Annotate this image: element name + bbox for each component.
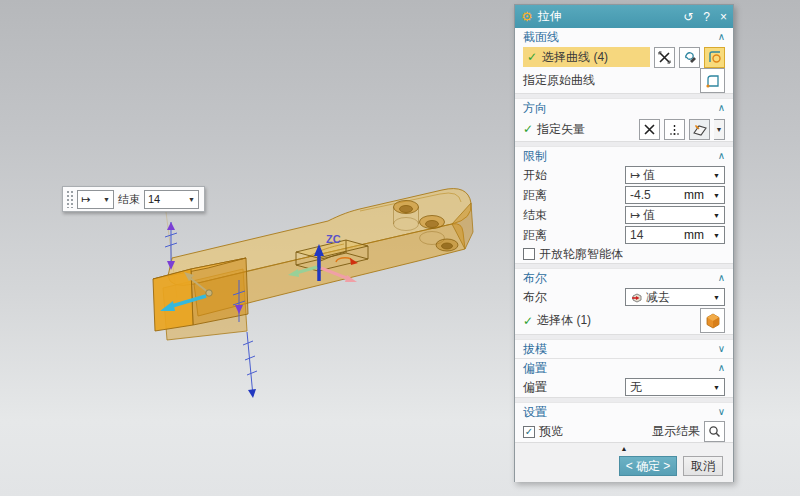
chevron-down-icon[interactable]: ∨ — [718, 344, 725, 354]
end-distance-value: 14 — [630, 228, 643, 242]
orig-curve-row: 指定原始曲线 — [515, 68, 733, 93]
gear-icon: ⚙ — [521, 9, 533, 24]
x-select-icon — [643, 123, 656, 136]
face-plane-icon — [692, 122, 708, 137]
section-header-boolean[interactable]: 布尔 ∧ — [515, 269, 733, 287]
start-distance-value: -4.5 — [630, 188, 651, 202]
chevron-down-icon: ▼ — [184, 196, 195, 203]
boolean-row: 布尔 减去 ▼ — [515, 287, 733, 307]
select-body-button[interactable] — [700, 308, 725, 333]
chevron-down-icon: ▼ — [713, 232, 720, 239]
specify-vector-row: ✓ 指定矢量 — [515, 117, 733, 141]
end-type-dropdown[interactable]: ↦ 值 ▼ — [625, 206, 725, 224]
vector-options-caret[interactable]: ▼ — [714, 119, 725, 140]
offset-row: 偏置 无 ▼ — [515, 377, 733, 397]
inferred-vector-button[interactable] — [664, 119, 685, 140]
preview-row: ✓ 预览 显示结果 — [515, 421, 733, 442]
csys-zc-label: ZC — [326, 233, 341, 245]
sketch-section-button[interactable] — [704, 47, 725, 68]
end-label: 结束 — [523, 207, 547, 224]
show-result-button[interactable] — [704, 421, 725, 442]
reset-icon[interactable]: ↺ — [683, 10, 693, 24]
specify-vector-label: 指定矢量 — [537, 121, 585, 138]
boolean-value: 减去 — [646, 289, 670, 306]
section-header-offset[interactable]: 偏置 ∧ — [515, 359, 733, 377]
check-icon: ✓ — [523, 314, 533, 328]
section-curve-label: 截面线 — [523, 29, 559, 46]
ok-button[interactable]: < 确定 > — [619, 456, 677, 476]
mapsto-icon: ↦ — [81, 193, 90, 206]
preview-checkbox[interactable]: ✓ — [523, 426, 535, 438]
chevron-up-icon[interactable]: ∧ — [718, 273, 725, 283]
offset-dropdown[interactable]: 无 ▼ — [625, 378, 725, 396]
orig-curve-button[interactable] — [700, 68, 725, 93]
start-type-dropdown[interactable]: ↦ 值 ▼ — [625, 166, 725, 184]
collapse-dialog-handle[interactable]: ▲ — [515, 443, 733, 454]
select-body-label: 选择体 (1) — [537, 312, 591, 329]
section-header-curve[interactable]: 截面线 ∧ — [515, 28, 733, 46]
boolean-dropdown[interactable]: 减去 ▼ — [625, 288, 725, 306]
chevron-up-icon[interactable]: ∧ — [718, 151, 725, 161]
dialog-titlebar[interactable]: ⚙ 拉伸 ↺ ? × — [515, 5, 733, 28]
section-header-settings[interactable]: 设置 ∨ — [515, 403, 733, 421]
start-type-value: 值 — [643, 167, 655, 184]
application-window: ZC — [0, 0, 800, 496]
end-type-value: 值 — [643, 207, 655, 224]
end-row: 结束 ↦ 值 ▼ — [515, 205, 733, 225]
help-icon[interactable]: ? — [703, 10, 710, 24]
start-distance-row: 距离 -4.5 mm ▼ — [515, 185, 733, 205]
vector-deselect-button[interactable] — [639, 119, 660, 140]
drag-grip[interactable] — [66, 190, 73, 208]
chevron-down-icon: ▼ — [99, 196, 110, 203]
distance-label: 距离 — [523, 187, 547, 204]
draft-label: 拔模 — [523, 341, 547, 358]
offset-label: 偏置 — [523, 379, 547, 396]
end-distance-value: 14 — [148, 193, 160, 205]
dialog-footer: ▲ < 确定 > 取消 — [515, 442, 733, 482]
section-header-direction[interactable]: 方向 ∧ — [515, 99, 733, 117]
select-body-row: ✓ 选择体 (1) — [515, 307, 733, 334]
extrude-dialog: ⚙ 拉伸 ↺ ? × 截面线 ∧ ✓ 选择曲线 (4) — [514, 4, 734, 482]
chevron-down-icon: ▼ — [713, 212, 720, 219]
open-profile-checkbox[interactable] — [523, 248, 535, 260]
face-normal-button[interactable] — [689, 119, 710, 140]
mapsto-icon: ↦ — [630, 208, 640, 222]
mapsto-icon: ↦ — [630, 168, 640, 182]
close-icon[interactable]: × — [720, 10, 727, 24]
section-header-draft[interactable]: 拔模 ∨ — [515, 340, 733, 358]
limits-label: 限制 — [523, 148, 547, 165]
drag-ball-handle[interactable] — [206, 290, 212, 296]
unit-label: mm — [684, 228, 704, 242]
limit-option-dropdown[interactable]: ↦ ▼ — [77, 190, 114, 209]
start-label: 开始 — [523, 167, 547, 184]
chevron-up-icon[interactable]: ∧ — [718, 363, 725, 373]
end-distance-input[interactable]: 14 mm ▼ — [625, 226, 725, 244]
end-distance-row: 距离 14 mm ▼ — [515, 225, 733, 245]
chevron-down-icon: ▼ — [716, 126, 723, 133]
check-icon: ✓ — [523, 122, 533, 136]
end-distance-input[interactable]: 14 ▼ — [144, 190, 199, 209]
chevron-up-icon[interactable]: ∧ — [718, 32, 725, 42]
start-distance-input[interactable]: -4.5 mm ▼ — [625, 186, 725, 204]
collapse-triangle-icon: ▲ — [621, 445, 628, 452]
curve-rule-button[interactable] — [679, 47, 700, 68]
select-curve-field[interactable]: ✓ 选择曲线 (4) — [523, 47, 650, 67]
sketch-section-icon — [708, 50, 722, 64]
cancel-button[interactable]: 取消 — [683, 456, 723, 476]
offset-header-label: 偏置 — [523, 360, 547, 377]
direction-label: 方向 — [523, 100, 547, 117]
chevron-up-icon[interactable]: ∧ — [718, 103, 725, 113]
chevron-down-icon: ▼ — [713, 384, 720, 391]
boolean-label: 布尔 — [523, 289, 547, 306]
distance-label: 距离 — [523, 227, 547, 244]
chevron-down-icon[interactable]: ∨ — [718, 407, 725, 417]
subtract-icon — [630, 291, 643, 304]
deselect-all-button[interactable] — [654, 47, 675, 68]
end-distance-label: 结束 — [118, 192, 140, 207]
settings-label: 设置 — [523, 404, 547, 421]
onscreen-input-toolbar[interactable]: ↦ ▼ 结束 14 ▼ — [62, 186, 205, 212]
section-header-limits[interactable]: 限制 ∧ — [515, 147, 733, 165]
show-result-label: 显示结果 — [652, 423, 700, 440]
magnifier-icon — [708, 425, 721, 438]
chevron-down-icon: ▼ — [713, 172, 720, 179]
